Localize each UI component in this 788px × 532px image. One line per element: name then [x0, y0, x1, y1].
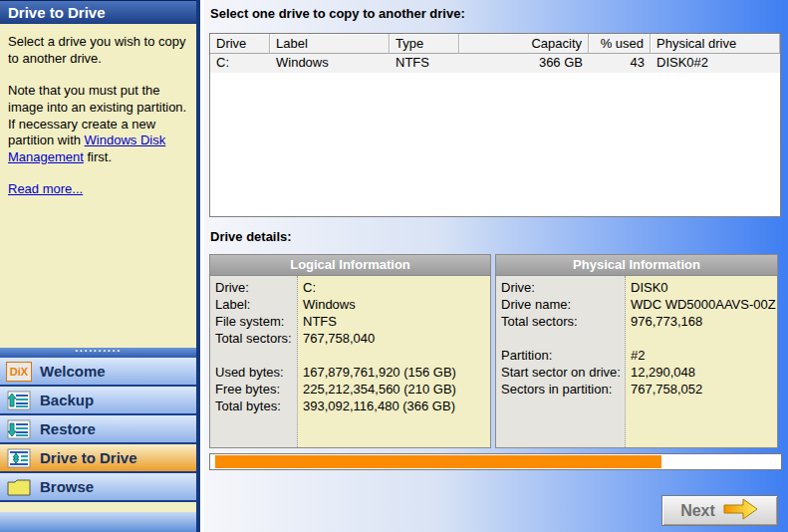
sidebar-item-label: Backup — [40, 392, 94, 408]
restore-icon — [6, 418, 32, 439]
next-button[interactable]: Next — [661, 495, 778, 526]
detail-label: File system: — [215, 313, 297, 330]
detail-label: Free bytes: — [215, 381, 297, 398]
logical-values-column: C: Windows NTFS 767,758,040 167,879,761,… — [298, 276, 490, 447]
sidebar-item-label: Welcome — [40, 363, 106, 380]
detail-label — [501, 330, 625, 347]
detail-label: Partition: — [501, 347, 625, 364]
cell-type: NTFS — [390, 54, 459, 73]
column-header-type[interactable]: Type — [390, 34, 459, 54]
detail-label: Start sector on drive: — [501, 364, 625, 381]
detail-label — [215, 347, 297, 364]
sidebar-description: Select a drive you wish to copy to anoth… — [0, 24, 196, 348]
detail-value — [631, 330, 777, 347]
physical-information-body: Drive: Drive name: Total sectors: Partit… — [496, 276, 777, 447]
logical-labels-column: Drive: Label: File system: Total sectors… — [210, 276, 298, 447]
select-drive-heading: Select one drive to copy to another driv… — [210, 6, 465, 21]
logical-information-panel: Logical Information Drive: Label: File s… — [209, 254, 491, 448]
detail-label: Total sectors: — [215, 330, 297, 347]
usage-progress-fill — [215, 455, 661, 468]
detail-label: Total sectors: — [501, 313, 625, 330]
backup-icon — [6, 390, 32, 410]
physical-values-column: DISK0 WDC WD5000AAVS-00Z 976,773,168 #2 … — [626, 276, 777, 447]
detail-label: Drive: — [501, 279, 625, 296]
sidebar-item-browse[interactable]: Browse — [0, 473, 196, 502]
page-title: Drive to Drive — [0, 0, 196, 24]
cell-drive: C: — [210, 54, 270, 73]
detail-label: Sectors in partition: — [501, 381, 625, 398]
description-paragraph-1: Select a drive you wish to copy to anoth… — [8, 34, 188, 67]
physical-labels-column: Drive: Drive name: Total sectors: Partit… — [496, 276, 626, 447]
read-more-link[interactable]: Read more... — [8, 181, 83, 196]
physical-information-title: Physical Information — [496, 255, 777, 276]
usage-progress-bar — [209, 453, 782, 470]
drive-details-heading: Drive details: — [210, 229, 292, 244]
column-header-percent-used[interactable]: % used — [589, 34, 651, 54]
drive-list-header: Drive Label Type Capacity % used Physica… — [210, 34, 780, 54]
detail-value: Windows — [303, 296, 490, 313]
logical-information-body: Drive: Label: File system: Total sectors… — [210, 276, 490, 447]
drive-to-drive-icon — [6, 447, 32, 468]
detail-value: 767,758,052 — [631, 381, 777, 398]
cell-percent-used: 43 — [589, 54, 651, 73]
sidebar-item-drive-to-drive[interactable]: Drive to Drive — [0, 444, 196, 473]
physical-information-panel: Physical Information Drive: Drive name: … — [495, 254, 778, 448]
logical-information-title: Logical Information — [210, 255, 490, 276]
column-header-physical-drive[interactable]: Physical drive — [651, 34, 780, 54]
dix-logo-icon: DiX — [6, 361, 32, 382]
main-panel: Select one drive to copy to another driv… — [204, 0, 788, 532]
sidebar-item-welcome[interactable]: DiX Welcome — [0, 358, 196, 387]
column-header-label[interactable]: Label — [270, 34, 390, 54]
detail-value: WDC WD5000AAVS-00Z — [631, 296, 777, 313]
detail-value — [303, 347, 490, 364]
detail-value: DISK0 — [631, 279, 777, 296]
cell-label: Windows — [270, 54, 390, 73]
detail-label: Total bytes: — [215, 398, 297, 414]
detail-value: 393,092,116,480 (366 GB) — [303, 398, 490, 414]
folder-icon — [6, 476, 32, 497]
detail-label: Drive name: — [501, 296, 625, 313]
sidebar-item-label: Drive to Drive — [40, 449, 137, 466]
detail-value: C: — [303, 279, 490, 296]
detail-value: 12,290,048 — [631, 364, 777, 381]
sidebar-splitter[interactable] — [0, 348, 196, 358]
cell-capacity: 366 GB — [459, 54, 589, 73]
description-paragraph-2: Note that you must put the image into an… — [8, 83, 188, 165]
detail-value: 767,758,040 — [303, 330, 490, 347]
drive-row-c[interactable]: C: Windows NTFS 366 GB 43 DISK0#2 — [210, 54, 780, 73]
detail-value: #2 — [631, 347, 777, 364]
sidebar-filler — [0, 512, 196, 532]
cell-physical-drive: DISK0#2 — [651, 54, 780, 73]
sidebar-nav: DiX Welcome Backup — [0, 358, 196, 502]
detail-label: Label: — [215, 296, 297, 313]
sidebar-item-restore[interactable]: Restore — [0, 415, 196, 444]
detail-value: NTFS — [303, 313, 490, 330]
column-header-drive[interactable]: Drive — [210, 34, 270, 54]
arrow-right-icon — [723, 497, 759, 524]
column-header-capacity[interactable]: Capacity — [459, 34, 589, 54]
drive-list: Drive Label Type Capacity % used Physica… — [209, 33, 781, 217]
sidebar-item-label: Restore — [40, 420, 96, 437]
detail-label: Used bytes: — [215, 364, 297, 381]
detail-value: 225,212,354,560 (210 GB) — [303, 381, 490, 398]
detail-value: 167,879,761,920 (156 GB) — [303, 364, 490, 381]
detail-label: Drive: — [215, 279, 297, 296]
sidebar: Drive to Drive Select a drive you wish t… — [0, 0, 200, 532]
sidebar-item-backup[interactable]: Backup — [0, 387, 196, 415]
sidebar-item-label: Browse — [40, 478, 94, 495]
next-button-label: Next — [680, 502, 715, 520]
detail-value: 976,773,168 — [631, 313, 777, 330]
